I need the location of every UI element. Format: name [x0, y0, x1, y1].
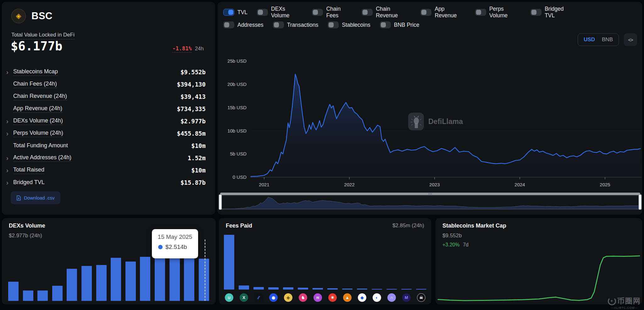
brush-handle-right[interactable] — [639, 194, 641, 210]
metric-row: Chain Fees (24h)$394,130 — [6, 78, 206, 90]
fees-paid-title: Fees Paid — [226, 223, 252, 229]
metric-label: Bridged TVL — [13, 179, 45, 186]
svg-text:10b USD: 10b USD — [227, 128, 247, 133]
toggle-chain-revenue[interactable]: Chain Revenue — [362, 6, 411, 19]
tvl-change-pct[interactable]: -1.81% — [172, 45, 192, 53]
series-dot-icon — [158, 245, 163, 249]
fees-paid-bar[interactable] — [239, 285, 249, 290]
fees-paid-bar[interactable] — [342, 289, 353, 290]
toggle-switch-icon[interactable] — [530, 9, 541, 16]
toggle-switch-icon[interactable] — [362, 9, 373, 16]
fees-paid-bar[interactable] — [327, 288, 338, 290]
toggle-switch-icon[interactable] — [257, 9, 268, 16]
dexs-volume-bar[interactable] — [67, 269, 77, 301]
lavender-headphones-icon: ∩ — [387, 293, 396, 302]
toggle-knob — [531, 10, 536, 15]
dexs-volume-bar[interactable] — [96, 265, 107, 301]
brush-handle-left[interactable] — [219, 194, 222, 210]
stablecoins-line-chart[interactable] — [436, 218, 642, 304]
chevron-right-icon[interactable]: › — [6, 155, 13, 161]
toggle-switch-icon[interactable] — [223, 9, 234, 16]
metric-row: ›Perps Volume (24h)$455.85m — [6, 127, 206, 139]
dexs-volume-bar[interactable] — [37, 290, 48, 301]
expand-chart-button[interactable]: <> — [624, 33, 637, 46]
toggle-perps-volume[interactable]: Perps Volume — [475, 6, 521, 19]
toggle-bnb-price[interactable]: BNB Price — [380, 21, 419, 28]
metric-value: $9.552b — [180, 69, 206, 76]
toggle-addresses[interactable]: Addresses — [223, 21, 264, 28]
toggle-knob — [258, 10, 263, 15]
toggle-switch-icon[interactable] — [380, 21, 391, 28]
tvl-label[interactable]: Total Value Locked in DeFi — [11, 32, 75, 39]
toggle-dexs-volume[interactable]: DEXs Volume — [257, 6, 303, 19]
metric-label[interactable]: Total Raised — [13, 166, 44, 174]
chevron-right-icon[interactable]: › — [6, 118, 13, 124]
metric-label[interactable]: DEXs Volume (24h) — [13, 117, 63, 125]
bsc-chain-icon: ◈ — [11, 9, 26, 23]
toggle-tvl[interactable]: TVL — [223, 6, 247, 19]
dexs-volume-bar[interactable] — [23, 290, 33, 301]
chevron-right-icon[interactable]: › — [6, 69, 13, 75]
fees-paid-bar[interactable] — [313, 288, 323, 290]
toggle-switch-icon[interactable] — [475, 9, 486, 16]
toggle-switch-icon[interactable] — [223, 21, 234, 28]
fees-paid-bar[interactable] — [224, 235, 234, 290]
tvl-area-chart[interactable]: 0 USD5b USD10b USD15b USD20b USD25b USD2… — [218, 2, 642, 215]
dexs-volume-panel: DEXs Volume $2.977b (24h) 15 May 2025 $2… — [2, 218, 216, 304]
dexs-volume-bar[interactable] — [52, 286, 63, 301]
dexs-volume-bar[interactable] — [155, 258, 165, 301]
dexs-volume-bar[interactable] — [8, 282, 19, 301]
pink-horse-icon: ♞ — [299, 293, 307, 302]
toggle-knob — [228, 10, 233, 15]
toggle-stablecoins[interactable]: Stablecoins — [328, 21, 370, 28]
chevron-right-icon[interactable]: › — [6, 167, 13, 173]
fees-paid-bar[interactable] — [372, 289, 382, 290]
currency-option-usd[interactable]: USD — [584, 37, 595, 43]
blue-yellow-swirl-icon: ◐ — [373, 293, 381, 302]
bnb-cube-glyph: ◈ — [16, 12, 21, 20]
fees-paid-bar[interactable] — [298, 288, 308, 290]
dexs-volume-bar[interactable] — [184, 258, 194, 301]
dexs-volume-bar[interactable] — [125, 262, 136, 301]
metric-label[interactable]: App Revenue (24h) — [13, 105, 62, 113]
toggle-switch-icon[interactable] — [420, 9, 431, 16]
purple-pi-icon: π — [314, 293, 322, 302]
dexs-volume-bar[interactable] — [199, 259, 209, 301]
fees-paid-bar[interactable] — [386, 289, 397, 290]
teal-rabbit-icon: ∪ — [225, 293, 233, 302]
metric-label[interactable]: Chain Fees (24h) — [13, 81, 57, 88]
dexs-volume-bar[interactable] — [81, 266, 92, 301]
metric-label[interactable]: Perps Volume (24h) — [13, 130, 63, 137]
hover-crosshair-line — [205, 240, 205, 301]
fees-paid-bar[interactable] — [283, 287, 293, 290]
toggle-switch-icon[interactable] — [328, 21, 339, 28]
download-csv-button[interactable]: Download .csv — [11, 191, 60, 204]
fees-paid-bar[interactable] — [253, 287, 264, 290]
fees-paid-bar[interactable] — [416, 289, 426, 290]
chevron-right-icon[interactable]: › — [6, 130, 13, 137]
fees-paid-bar[interactable] — [357, 289, 367, 290]
fees-paid-bar[interactable] — [401, 289, 412, 290]
tvl-change-period: 24h — [195, 46, 204, 52]
dexs-volume-bar[interactable] — [169, 258, 180, 301]
fees-paid-subtitle: $2.85m (24h) — [392, 223, 424, 229]
chevron-right-icon[interactable]: › — [6, 179, 13, 186]
toggle-chain-fees[interactable]: Chain Fees — [312, 6, 352, 19]
dexs-volume-bar[interactable] — [111, 258, 121, 301]
toggle-bridged-tvl[interactable]: Bridged TVL — [530, 6, 573, 19]
metric-label[interactable]: Chain Revenue (24h) — [13, 93, 67, 100]
currency-option-bnb[interactable]: BNB — [602, 37, 613, 43]
metric-value: $10m — [191, 142, 206, 149]
metrics-list: ›Stablecoins Mcap$9.552bChain Fees (24h)… — [6, 66, 206, 189]
toggle-app-revenue[interactable]: App Revenue — [420, 6, 465, 19]
toggle-label: DEXs Volume — [271, 6, 303, 19]
fees-paid-bar[interactable] — [268, 287, 279, 290]
dexs-volume-bar[interactable] — [140, 257, 150, 301]
metric-label[interactable]: Stablecoins Mcap — [13, 68, 58, 76]
toggle-switch-icon[interactable] — [312, 9, 323, 16]
toggle-transactions[interactable]: Transactions — [273, 21, 319, 28]
toggle-label: Stablecoins — [342, 22, 370, 28]
toggle-switch-icon[interactable] — [273, 21, 284, 28]
metric-label[interactable]: Active Addresses (24h) — [13, 154, 71, 162]
chart-series-toggles: TVLDEXs VolumeChain FeesChain RevenueApp… — [223, 6, 573, 28]
